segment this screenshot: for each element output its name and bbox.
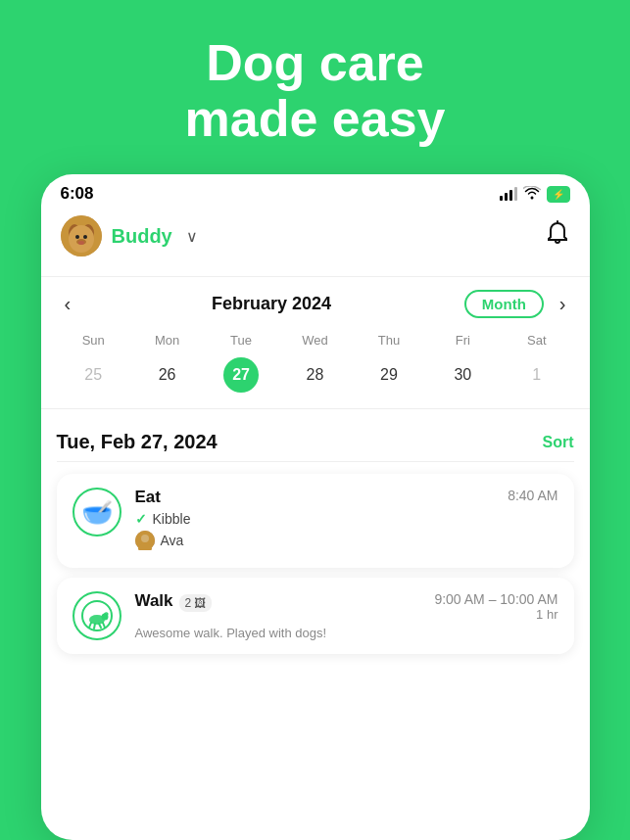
walk-event-card[interactable]: Walk 2 🖼 9:00 AM – 10:00 AM 1 hr Awesome… bbox=[57, 578, 574, 654]
signal-icon bbox=[500, 187, 517, 201]
events-date-label: Tue, Feb 27, 2024 bbox=[57, 431, 218, 453]
eat-kibble-row: ✓ Kibble bbox=[135, 511, 558, 527]
calendar-header: Sun Mon Tue Wed Thu Fri Sat bbox=[57, 329, 574, 351]
eat-person-label: Ava bbox=[161, 533, 184, 548]
status-time: 6:08 bbox=[61, 184, 94, 204]
walk-title: Walk bbox=[135, 591, 173, 611]
calendar-day-29[interactable]: 29 bbox=[371, 357, 407, 393]
ava-avatar bbox=[135, 531, 155, 550]
svg-point-5 bbox=[83, 235, 87, 239]
calendar-divider bbox=[41, 408, 590, 409]
calendar-nav: ‹ February 2024 Month › bbox=[57, 285, 574, 329]
svg-point-4 bbox=[75, 235, 79, 239]
eat-sub-label: Kibble bbox=[153, 511, 191, 527]
walk-icon bbox=[73, 591, 121, 640]
calendar-day-26[interactable]: 26 bbox=[150, 357, 185, 393]
photos-count: 2 bbox=[185, 596, 192, 610]
eat-event-details: Eat 8:40 AM ✓ Kibble Ava bbox=[135, 488, 558, 554]
calendar-day-28[interactable]: 28 bbox=[297, 357, 332, 393]
month-year-label: February 2024 bbox=[212, 294, 331, 314]
calendar-day-25[interactable]: 25 bbox=[75, 357, 111, 393]
sort-button[interactable]: Sort bbox=[543, 434, 574, 451]
status-icons: ⚡ bbox=[500, 186, 570, 203]
events-section: Tue, Feb 27, 2024 Sort 🥣 Eat 8:40 AM ✓ K… bbox=[41, 417, 590, 664]
eat-title: Eat bbox=[135, 488, 161, 507]
svg-point-7 bbox=[78, 241, 84, 245]
dog-profile[interactable]: Buddy ∨ bbox=[61, 215, 198, 257]
walk-time-block: 9:00 AM – 10:00 AM 1 hr bbox=[434, 591, 557, 622]
next-month-button[interactable]: › bbox=[552, 289, 574, 319]
svg-point-9 bbox=[141, 535, 149, 542]
day-sat: Sat bbox=[500, 329, 573, 351]
hero-section: Dog care made easy bbox=[146, 0, 485, 174]
day-wed: Wed bbox=[278, 329, 352, 351]
check-icon: ✓ bbox=[135, 511, 147, 527]
photo-icon: 🖼 bbox=[194, 596, 206, 610]
walk-header-row: Walk 2 🖼 9:00 AM – 10:00 AM 1 hr bbox=[135, 591, 558, 622]
walk-title-row: Walk 2 🖼 bbox=[135, 591, 213, 615]
eat-icon: 🥣 bbox=[73, 488, 121, 537]
wifi-icon bbox=[523, 186, 541, 203]
calendar-day-30[interactable]: 30 bbox=[445, 357, 480, 393]
calendar-day-27[interactable]: 27 bbox=[223, 357, 259, 393]
chevron-down-icon[interactable]: ∨ bbox=[186, 227, 198, 246]
calendar-section: ‹ February 2024 Month › Sun Mon Tue Wed … bbox=[41, 285, 590, 400]
avatar bbox=[61, 215, 102, 257]
eat-event-card[interactable]: 🥣 Eat 8:40 AM ✓ Kibble bbox=[57, 474, 574, 568]
header-divider bbox=[41, 276, 590, 277]
month-view-button[interactable]: Month bbox=[464, 290, 544, 318]
status-bar: 6:08 ⚡ bbox=[41, 174, 590, 208]
svg-line-15 bbox=[94, 624, 95, 629]
app-header: Buddy ∨ bbox=[41, 208, 590, 268]
day-thu: Thu bbox=[352, 329, 425, 351]
day-mon: Mon bbox=[130, 329, 204, 351]
phone-frame: 6:08 ⚡ bbox=[41, 174, 590, 840]
walk-event-details: Walk 2 🖼 9:00 AM – 10:00 AM 1 hr Awesome… bbox=[135, 591, 558, 640]
events-header: Tue, Feb 27, 2024 Sort bbox=[57, 417, 574, 461]
walk-time-range: 9:00 AM – 10:00 AM bbox=[434, 591, 557, 607]
walk-note: Awesome walk. Played with dogs! bbox=[135, 626, 558, 640]
day-tue: Tue bbox=[204, 329, 277, 351]
hero-title: Dog care made easy bbox=[146, 0, 485, 174]
calendar-day-1[interactable]: 1 bbox=[519, 357, 555, 393]
notification-bell-icon[interactable] bbox=[545, 220, 570, 252]
eat-header-row: Eat 8:40 AM bbox=[135, 488, 558, 511]
prev-month-button[interactable]: ‹ bbox=[57, 289, 79, 319]
walk-duration: 1 hr bbox=[434, 607, 557, 622]
eat-person-row: Ava bbox=[135, 531, 558, 550]
events-divider bbox=[57, 461, 574, 462]
battery-icon: ⚡ bbox=[547, 186, 570, 203]
eat-time: 8:40 AM bbox=[508, 488, 557, 503]
dog-name-label: Buddy bbox=[112, 225, 172, 248]
walk-photos-badge: 2 🖼 bbox=[179, 594, 213, 612]
day-sun: Sun bbox=[57, 329, 130, 351]
calendar-week: 25 26 27 28 29 30 1 bbox=[57, 357, 574, 393]
day-fri: Fri bbox=[426, 329, 500, 351]
